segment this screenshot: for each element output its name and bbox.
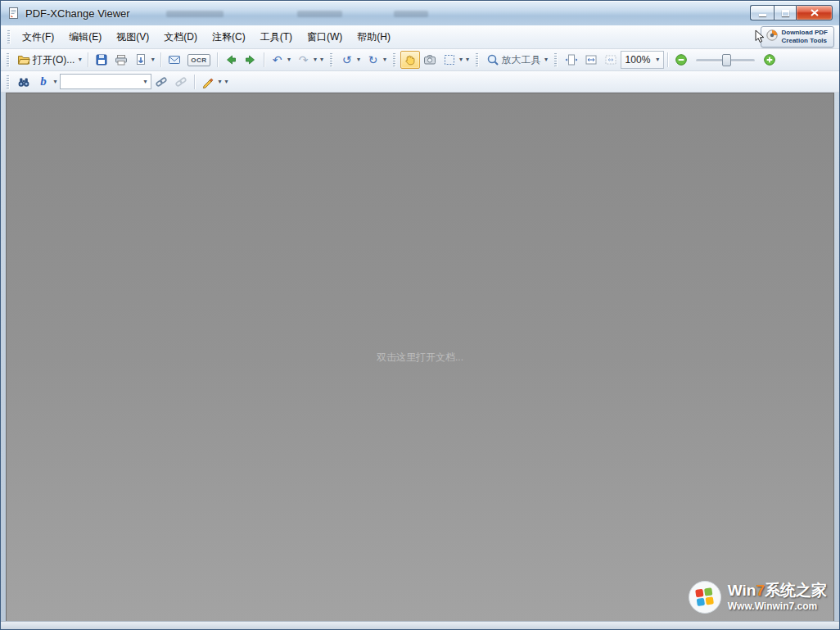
selection-icon (443, 53, 456, 66)
next-view-button[interactable] (241, 51, 260, 69)
titlebar-ghost-text (166, 11, 224, 17)
toolbar-separator (264, 52, 264, 67)
fit-width-button[interactable] (581, 51, 601, 69)
rotate-ccw-icon: ↺ (342, 54, 352, 66)
windows-flag-logo (688, 580, 722, 614)
pdf-creation-tools-icon (765, 29, 779, 45)
chain-link-icon (155, 75, 168, 88)
toolbar-grip[interactable] (554, 53, 557, 66)
rotate-cw-icon: ↻ (368, 54, 378, 66)
chevron-down-icon: ▾ (656, 57, 659, 63)
hand-tool-button[interactable] (400, 51, 420, 69)
watermark-brand: Win7系统之家 (728, 582, 827, 600)
open-dropdown-button[interactable]: ▾ (75, 51, 84, 69)
minimize-icon (759, 14, 766, 16)
watermark-brand-seven: 7 (756, 582, 765, 599)
menu-item-edit[interactable]: 编辑(E) (61, 27, 109, 48)
email-button[interactable] (165, 51, 184, 69)
menu-item-file[interactable]: 文件(F) (15, 27, 61, 48)
titlebar-ghost-text (297, 11, 342, 17)
ocr-button[interactable]: OCR (184, 51, 213, 69)
document-area[interactable]: 双击这里打开文档... Win7系统之家 Www.Winwin7.com (6, 93, 834, 622)
menu-item-help[interactable]: 帮助(H) (350, 27, 398, 48)
toolbar-grip[interactable] (476, 53, 478, 66)
toolbar-overflow-button[interactable]: ▾ (463, 51, 472, 69)
menu-bar: 文件(F) 编辑(E) 视图(V) 文档(D) 注释(C) 工具(T) 窗口(W… (1, 25, 839, 49)
toolbar-separator (217, 52, 218, 67)
chevron-down-icon: ▾ (314, 57, 317, 63)
undo-dropdown-button[interactable]: ▾ (285, 51, 294, 69)
zoom-in-button[interactable] (760, 51, 779, 69)
menu-item-view[interactable]: 视图(V) (109, 27, 156, 48)
toolbar-separator (667, 52, 668, 67)
print-button[interactable] (111, 51, 131, 69)
close-button[interactable] (796, 5, 833, 20)
find-toolbar-overflow-button[interactable]: ▾ (222, 73, 231, 91)
minimize-button[interactable] (750, 5, 774, 20)
zoom-slider[interactable] (696, 52, 755, 67)
undo-icon: ↶ (273, 54, 282, 66)
fit-page-button[interactable] (562, 51, 581, 69)
status-bar (1, 621, 839, 629)
camera-icon (423, 53, 436, 66)
promo-label-line1: Download PDF (782, 29, 828, 37)
maximize-button[interactable] (774, 5, 796, 20)
zoom-out-button[interactable] (671, 51, 691, 69)
search-combobox[interactable]: ▾ (60, 74, 151, 89)
chain-link-icon (174, 75, 187, 88)
save-icon (95, 53, 108, 66)
toolbar-grip[interactable] (330, 53, 332, 66)
watermark-text: Win7系统之家 Www.Winwin7.com (728, 582, 827, 612)
download-pdf-tools-button[interactable]: Download PDF Creation Tools (761, 26, 834, 48)
search-provider-dropdown-button[interactable]: ▾ (51, 73, 60, 91)
menu-item-tools[interactable]: 工具(T) (253, 27, 300, 48)
menubar-grip[interactable] (7, 30, 10, 43)
zoom-slider-thumb[interactable] (722, 54, 731, 66)
toolbar-grip[interactable] (7, 53, 9, 66)
quad-link-tool-button[interactable] (171, 73, 191, 91)
close-icon (811, 9, 819, 16)
menu-item-window[interactable]: 窗口(W) (300, 27, 350, 48)
zoom-level-value: 100% (625, 54, 651, 66)
snapshot-tool-button[interactable] (420, 51, 440, 69)
rotate-ccw-dropdown-button[interactable]: ▾ (355, 51, 364, 69)
redo-icon: ↷ (299, 54, 309, 66)
chevron-down-icon: ▾ (218, 79, 221, 85)
chevron-down-icon: ▾ (79, 57, 82, 63)
fit-visible-button[interactable] (601, 51, 621, 69)
find-button[interactable] (14, 73, 34, 91)
overflow-chevron-icon: ▾ (224, 79, 228, 85)
menu-item-comments[interactable]: 注释(C) (205, 27, 253, 48)
toolbar-overflow-button[interactable]: ▾ (318, 51, 327, 69)
watermark-brand-suffix: 系统之家 (765, 582, 827, 599)
export-dropdown-button[interactable]: ▾ (148, 51, 157, 69)
titlebar[interactable]: PDF-XChange Viewer (1, 1, 839, 25)
search-history-dropdown-button[interactable]: ▾ (140, 79, 151, 85)
toolbar-separator (160, 52, 161, 67)
open-button[interactable]: 打开(O)... (14, 51, 78, 69)
rotate-cw-dropdown-button[interactable]: ▾ (381, 51, 390, 69)
toolbar-grip[interactable] (7, 75, 9, 88)
email-icon (168, 53, 181, 66)
search-input[interactable] (61, 76, 140, 88)
link-tool-button[interactable] (151, 73, 171, 91)
promo-label: Download PDF Creation Tools (782, 29, 828, 45)
app-window: PDF-XChange Viewer 文件(F) 编辑(E) 视图(V) 文档(… (0, 0, 840, 630)
fit-visible-icon (604, 53, 617, 66)
fit-width-icon (585, 53, 598, 66)
save-button[interactable] (92, 51, 111, 69)
main-toolbar: 打开(O)... ▾ ▾ (1, 49, 839, 71)
chevron-down-icon: ▾ (544, 57, 548, 63)
chevron-down-icon: ▾ (287, 57, 291, 63)
binoculars-icon (17, 75, 30, 88)
forward-arrow-icon (244, 53, 257, 66)
zoom-tool-dropdown-button[interactable]: ▾ (542, 51, 551, 69)
zoom-tool-button[interactable]: 放大工具 (483, 51, 544, 69)
export-icon (134, 53, 147, 66)
previous-view-button[interactable] (221, 51, 241, 69)
window-controls (750, 5, 833, 20)
watermark-brand-win: Win (728, 582, 756, 599)
menu-item-document[interactable]: 文档(D) (156, 27, 205, 48)
toolbar-grip[interactable] (393, 53, 395, 66)
zoom-level-combobox[interactable]: 100% ▾ (621, 51, 665, 69)
